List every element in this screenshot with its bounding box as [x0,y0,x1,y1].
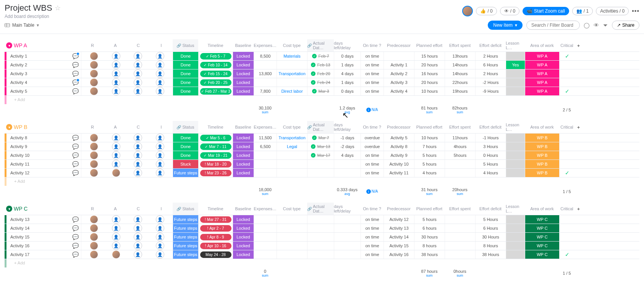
daysleft-cell[interactable]: 0 days [334,87,361,95]
col-baseline[interactable]: Baseline [233,203,254,215]
col-spent[interactable]: Effort spent [445,39,475,52]
row-name[interactable]: Activity 5 [10,89,27,93]
more-menu-icon[interactable]: ••• [632,8,639,14]
actual-date-cell[interactable] [307,242,334,250]
group-toggle-icon[interactable]: ▾ [6,206,12,212]
table-row[interactable]: Activity 8 💬 👤👤👤 Done ✓Mar 5 - 6 Locked … [5,133,639,142]
col-deficit[interactable]: Effort deficit [475,121,506,133]
chat-icon[interactable]: 💬 [72,161,79,167]
subtitle[interactable]: Add board description [5,14,61,19]
status-cell[interactable]: Done [173,142,198,151]
chat-icon[interactable]: 💬 [72,79,79,85]
actual-date-cell[interactable]: ✓ Feb 20 [307,69,334,78]
lesson-cell[interactable] [506,250,525,259]
add-row[interactable]: + Add [5,259,639,267]
timeline-cell[interactable]: ✓Feb 27 - Mar 3 [198,87,233,95]
baseline-cell[interactable]: Locked [233,87,254,95]
col-expenses[interactable]: Expenses… [254,39,277,52]
status-cell[interactable]: Done [173,52,198,60]
critical-cell[interactable] [559,233,574,241]
col-timeline[interactable]: Timeline [198,39,233,52]
add-person-icon[interactable]: 👤 [134,69,142,78]
chat-icon[interactable]: 💬 [72,225,79,231]
activities-button[interactable]: Activities / 0 [596,7,629,15]
col-i[interactable]: I [150,121,173,133]
add-person-icon[interactable]: 👤 [156,169,164,177]
table-row[interactable]: Activity 13 💬 👤👤👤 Future steps !Mar 27 -… [5,215,639,224]
ontime-cell[interactable]: on time [361,233,383,241]
critical-cell[interactable] [559,151,574,159]
chat-icon[interactable]: 💬 [72,135,79,141]
spent-cell[interactable]: 22hours [445,78,475,87]
baseline-cell[interactable]: Locked [233,160,254,168]
planned-cell[interactable]: 10 hours [414,87,445,95]
col-costtype[interactable]: Cost type [277,121,307,133]
lesson-cell[interactable]: Yes [506,61,525,69]
daysleft-cell[interactable] [334,215,361,224]
col-status[interactable]: 🔗Status [173,121,198,133]
ontime-cell[interactable]: on time [361,78,383,87]
costtype-cell[interactable] [277,215,307,224]
add-person-icon[interactable]: 👤 [156,242,164,250]
predecessor-cell[interactable]: Activity 16 [383,250,414,259]
ontime-cell[interactable]: on time [361,160,383,168]
add-person-icon[interactable]: 👤 [156,52,164,60]
add-person-icon[interactable]: 👤 [156,142,164,151]
costtype-cell[interactable] [277,242,307,250]
critical-cell[interactable] [559,134,574,142]
col-ontime[interactable]: On time ? [361,39,383,52]
add-person-icon[interactable]: 👤 [156,78,164,87]
filter-icon[interactable]: ⏷ [603,22,608,28]
col-r[interactable]: R [81,203,104,215]
costtype-cell[interactable]: Transportation [277,134,307,142]
add-person-icon[interactable]: 👤 [156,250,164,259]
col-a[interactable]: A [104,121,127,133]
costtype-cell[interactable]: Materials [277,52,307,60]
col-i[interactable]: I [150,203,173,215]
actual-date-cell[interactable]: ✓ Feb 7 [307,52,334,60]
expenses-cell[interactable] [254,215,277,224]
table-row[interactable]: Activity 3 💬 👤👤👤 Done ✓Feb 15 - 24 Locke… [5,69,639,78]
planned-cell[interactable]: 8 hours [414,242,445,250]
deficit-cell[interactable]: 4 Hours [475,169,506,177]
timeline-cell[interactable]: !Mar 18 - 20 [198,160,233,168]
actual-date-cell[interactable] [307,169,334,177]
add-person-icon[interactable]: 👤 [156,134,164,142]
add-person-icon[interactable]: 👤 [112,215,120,224]
ontime-cell[interactable]: on time [361,215,383,224]
col-c[interactable]: C [127,121,150,133]
lesson-cell[interactable] [506,142,525,151]
zoom-call-button[interactable]: 📹Start Zoom call [523,7,569,15]
daysleft-cell[interactable]: 0 days [334,52,361,60]
add-person-icon[interactable]: 👤 [156,233,164,241]
col-predecessor[interactable]: Predecessor [383,203,414,215]
baseline-cell[interactable]: Locked [233,69,254,78]
timeline-cell[interactable]: ✓Mar 5 - 6 [198,134,233,142]
status-cell[interactable]: Future steps [173,250,198,259]
deficit-cell[interactable]: 6 Hours [475,61,506,69]
ontime-cell[interactable]: overdue [361,142,383,151]
actual-date-cell[interactable]: ✓ Mar 3 [307,87,334,95]
predecessor-cell[interactable]: Activity 2 [383,69,414,78]
critical-cell[interactable]: ✓ [559,87,574,95]
table-row[interactable]: Activity 12 💬 👤👤 Future steps !Mar 23 - … [5,168,639,177]
person-avatar[interactable] [90,233,98,241]
table-row[interactable]: Activity 17 💬 👤👤 Future steps May 24 - 2… [5,250,639,259]
col-status[interactable]: 🔗Status [173,39,198,52]
chat-icon[interactable]: 💬 [72,216,79,222]
likes-button[interactable]: 👍/ 0 [476,7,497,15]
row-name[interactable]: Activity 4 [10,80,27,85]
person-avatar[interactable] [90,169,98,177]
baseline-cell[interactable]: Locked [233,142,254,151]
col-a[interactable]: A [104,203,127,215]
col-r[interactable]: R [81,121,104,133]
col-i[interactable]: I [150,39,173,52]
actual-date-cell[interactable]: ✓ Feb 13 [307,61,334,69]
expenses-cell[interactable] [254,160,277,168]
col-planned[interactable]: Planned effort [414,203,445,215]
predecessor-cell[interactable]: Activity 14 [383,233,414,241]
predecessor-cell[interactable]: Activity 13 [383,224,414,232]
row-name[interactable]: Activity 14 [10,226,29,230]
baseline-cell[interactable]: Locked [233,250,254,259]
col-expenses[interactable]: Expenses… [254,121,277,133]
